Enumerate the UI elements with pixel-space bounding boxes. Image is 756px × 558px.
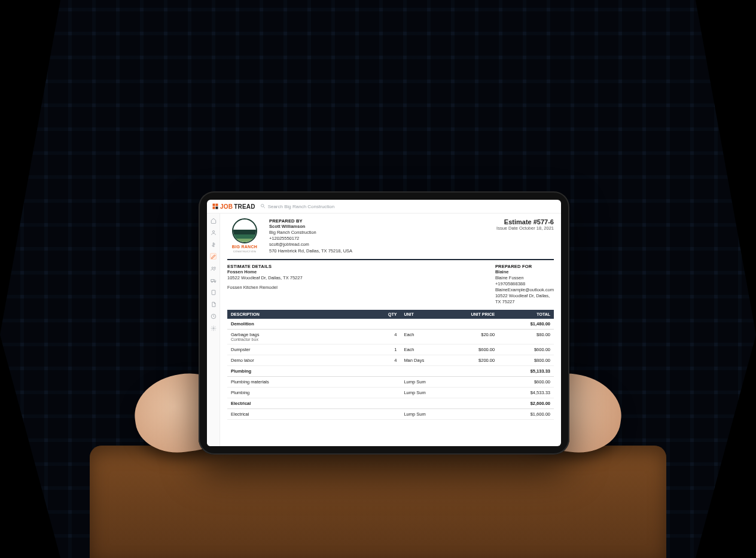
svg-point-7 — [212, 267, 214, 269]
section-total: $1,480.00 — [498, 319, 554, 330]
tool-belt — [90, 446, 666, 558]
section-name: Plumbing — [227, 366, 498, 377]
company-logo-subtitle: CONSTRUCTION — [233, 250, 256, 253]
section-name: Demolition — [227, 319, 498, 330]
project-name: Fossen Home — [227, 269, 303, 275]
cell-qty: 1 — [377, 344, 400, 355]
svg-rect-1 — [216, 204, 218, 206]
cell-total: $80.00 — [498, 330, 554, 344]
svg-point-6 — [212, 230, 214, 232]
clock-icon[interactable] — [210, 313, 217, 319]
cell-qty: 4 — [377, 330, 400, 344]
cell-unit: Each — [400, 330, 446, 344]
prepared-for-phone: +19705868388 — [495, 281, 554, 287]
logo-text-job: JOB — [220, 203, 233, 210]
prepared-for-address1: 10522 Woodleaf Dr, Dallas, — [495, 293, 554, 299]
cell-total: $600.00 — [498, 344, 554, 355]
cell-unit-price: $200.00 — [446, 355, 498, 366]
section-total: $2,600.00 — [498, 398, 554, 409]
estimate-issue-date: Issue Date October 18, 2021 — [496, 225, 554, 231]
cell-unit-price: $600.00 — [446, 344, 498, 355]
section-row[interactable]: Plumbing$5,133.33 — [227, 366, 554, 377]
table-row[interactable]: PlumbingLump Sum$4,533.33 — [227, 388, 554, 398]
divider — [227, 259, 554, 260]
home-icon[interactable] — [210, 217, 217, 224]
cell-unit: Lump Sum — [400, 388, 446, 398]
svg-point-10 — [211, 281, 212, 282]
cell-unit: Lump Sum — [400, 409, 446, 420]
company-logo: BIG RANCH CONSTRUCTION — [227, 218, 262, 254]
prepared-by-block: PREPARED BY Scott Williamson Big Ranch C… — [269, 218, 489, 254]
company-logo-mark-icon — [232, 218, 257, 243]
cell-total: $800.00 — [498, 355, 554, 366]
estimate-document: BIG RANCH CONSTRUCTION PREPARED BY Scott… — [220, 214, 561, 446]
app-logo[interactable]: JOBTREAD — [212, 203, 255, 210]
company-logo-name: BIG RANCH — [232, 245, 257, 249]
col-qty: QTY — [377, 310, 400, 319]
col-description: DESCRIPTION — [227, 310, 377, 319]
truck-icon[interactable] — [210, 277, 217, 283]
cell-total: $600.00 — [498, 377, 554, 388]
table-row[interactable]: Garbage bagsContractor box4Each$20.00$80… — [227, 330, 554, 344]
cell-description: Electrical — [227, 409, 377, 420]
cell-qty — [377, 377, 400, 388]
cell-description: Dumpster — [227, 344, 377, 355]
table-row[interactable]: Plumbing materialsLump Sum$600.00 — [227, 377, 554, 388]
cell-unit: Each — [400, 344, 446, 355]
cell-unit: Lump Sum — [400, 377, 446, 388]
table-row[interactable]: ElectricalLump Sum$1,600.00 — [227, 409, 554, 420]
prepared-for-email: BlaineExample@outlook.com — [495, 287, 554, 293]
search-icon — [260, 203, 266, 210]
col-unit: UNIT — [400, 310, 446, 319]
logo-text-tread: TREAD — [234, 203, 255, 210]
svg-rect-9 — [211, 279, 214, 281]
svg-point-8 — [214, 267, 215, 269]
line-items-table: DESCRIPTION QTY UNIT UNIT PRICE TOTAL De… — [227, 310, 554, 420]
estimate-details-block: ESTIMATE DETAILS Fossen Home 10522 Woodl… — [227, 264, 303, 306]
estimate-number: Estimate #577-6 — [496, 218, 554, 225]
estimate-details-label: ESTIMATE DETAILS — [227, 264, 303, 269]
prepared-for-label: PREPARED FOR — [495, 264, 554, 269]
people-icon[interactable] — [210, 265, 217, 272]
svg-rect-3 — [216, 207, 218, 209]
pencil-icon[interactable] — [210, 253, 217, 260]
cell-total: $4,533.33 — [498, 388, 554, 398]
col-total: TOTAL — [498, 310, 554, 319]
cell-qty: 4 — [377, 355, 400, 366]
search-input[interactable]: Search Big Ranch Construction — [260, 203, 556, 210]
col-unit-price: UNIT PRICE — [446, 310, 498, 319]
svg-rect-12 — [212, 290, 215, 295]
cell-qty — [377, 409, 400, 420]
table-row[interactable]: Dumpster1Each$600.00$600.00 — [227, 344, 554, 355]
prepared-for-block: PREPARED FOR Blaine Blaine Fossen +19705… — [495, 264, 554, 306]
cell-unit-price — [446, 377, 498, 388]
svg-rect-2 — [213, 207, 215, 209]
cell-unit-price — [446, 388, 498, 398]
prepared-by-label: PREPARED BY — [269, 218, 489, 224]
svg-line-5 — [263, 206, 264, 208]
cell-unit-price — [446, 409, 498, 420]
section-row[interactable]: Electrical$2,600.00 — [227, 398, 554, 409]
prepared-by-phone: +12025550172 — [269, 236, 489, 242]
prepared-for-name: Blaine Fossen — [495, 275, 554, 281]
svg-point-4 — [261, 204, 264, 207]
table-header-row: DESCRIPTION QTY UNIT UNIT PRICE TOTAL — [227, 310, 554, 319]
section-total: $5,133.33 — [498, 366, 554, 377]
table-row[interactable]: Demo labor4Man Days$200.00$800.00 — [227, 355, 554, 366]
cell-qty — [377, 388, 400, 398]
logo-mark-icon — [212, 203, 219, 210]
search-placeholder: Search Big Ranch Construction — [268, 204, 335, 209]
user-icon[interactable] — [210, 229, 217, 236]
cell-description: Plumbing materials — [227, 377, 377, 388]
document-icon[interactable] — [210, 301, 217, 307]
section-row[interactable]: Demolition$1,480.00 — [227, 319, 554, 330]
sidebar — [207, 214, 220, 446]
prepared-by-company: Big Ranch Construction — [269, 230, 489, 236]
job-name: Fossen Kitchen Remodel — [227, 285, 303, 291]
svg-point-15 — [212, 327, 214, 329]
cell-unit-price: $20.00 — [446, 330, 498, 344]
prepared-by-address: 570 Hambrick Rd, Dallas, TX 75218, USA — [269, 248, 489, 254]
dollar-icon[interactable] — [210, 241, 217, 248]
gear-icon[interactable] — [210, 325, 217, 331]
tablet-icon[interactable] — [210, 289, 217, 295]
